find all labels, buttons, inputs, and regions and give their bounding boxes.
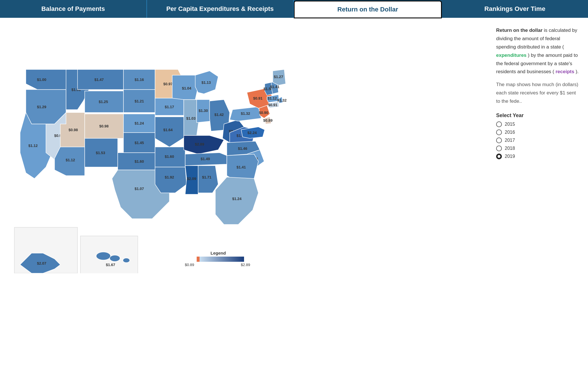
sidebar: Return on the dollar is calculated by di… (490, 18, 588, 376)
sidebar-receipts: receipts (556, 69, 574, 74)
map-area: $1.00 $1.29 $1.12 $0.99 $1.51 $1.47 $1 (0, 18, 490, 376)
legend-max-label: $2.89 (241, 263, 250, 267)
state-mo[interactable] (155, 117, 185, 147)
radio-2015[interactable] (496, 121, 502, 127)
year-2019[interactable]: 2019 (496, 154, 579, 159)
main-content: $1.00 $1.29 $1.12 $0.99 $1.51 $1.47 $1 (0, 18, 588, 376)
tab-return-on-dollar[interactable]: Return on the Dollar (294, 1, 442, 18)
state-mt[interactable] (78, 69, 123, 90)
legend-title: Legend (210, 251, 226, 255)
state-wi[interactable] (172, 75, 198, 100)
state-in[interactable] (197, 100, 211, 123)
sidebar-heading-rest3: ). (576, 69, 579, 74)
state-co[interactable] (85, 114, 123, 138)
svg-point-52 (123, 258, 130, 263)
legend-min-label: $0.89 (185, 263, 194, 267)
tab-per-capita[interactable]: Per Capita Expenditures & Receipts (147, 0, 294, 18)
year-2016[interactable]: 2016 (496, 129, 579, 135)
state-ms[interactable] (185, 166, 198, 194)
svg-point-51 (110, 255, 120, 261)
state-wy[interactable] (85, 91, 123, 113)
state-de[interactable] (265, 117, 271, 124)
state-tn[interactable] (185, 153, 227, 166)
radio-2019-inner (498, 155, 500, 158)
state-ct[interactable] (268, 102, 279, 108)
state-ia[interactable] (155, 98, 184, 115)
radio-2016[interactable] (496, 129, 502, 135)
state-mi[interactable] (195, 71, 218, 94)
state-ks[interactable] (123, 133, 155, 153)
sidebar-heading-bold: Return on the dollar (496, 28, 543, 33)
radio-2018[interactable] (496, 146, 502, 151)
state-ri[interactable] (279, 97, 283, 103)
legend: Legend $0.89 $2.89 (185, 251, 250, 267)
state-me[interactable] (273, 69, 286, 85)
year-2015[interactable]: 2015 (496, 121, 579, 127)
year-select-label: Select Year (496, 113, 579, 119)
navigation-bar: Balance of Payments Per Capita Expenditu… (0, 0, 588, 18)
sidebar-description: The map shows how much (in dollars) each… (496, 81, 579, 106)
radio-2017[interactable] (496, 137, 502, 143)
state-nm[interactable] (85, 138, 118, 167)
us-map: $1.00 $1.29 $1.12 $0.99 $1.51 $1.47 $1 (9, 24, 313, 348)
state-al[interactable] (197, 166, 218, 193)
svg-rect-54 (197, 257, 200, 262)
year-select: Select Year 2015 2016 2017 2018 (496, 113, 579, 159)
radio-2019[interactable] (496, 154, 502, 159)
year-2018[interactable]: 2018 (496, 146, 579, 151)
tab-balance-of-payments[interactable]: Balance of Payments (0, 0, 147, 18)
state-fl[interactable] (215, 177, 258, 224)
state-nd[interactable] (123, 69, 155, 90)
state-sd[interactable] (123, 90, 155, 113)
state-hi[interactable] (96, 252, 111, 260)
svg-rect-55 (200, 257, 244, 262)
tab-rankings-over-time[interactable]: Rankings Over Time (442, 0, 588, 18)
year-2017[interactable]: 2017 (496, 137, 579, 143)
state-ky[interactable] (184, 135, 224, 154)
state-ar[interactable] (155, 147, 185, 167)
choropleth-map: $1.00 $1.29 $1.12 $0.99 $1.51 $1.47 $1 (9, 24, 313, 273)
state-pa[interactable] (230, 107, 261, 121)
state-az[interactable] (55, 147, 85, 176)
state-la[interactable] (155, 167, 187, 193)
sidebar-expenditures: expenditures (496, 53, 527, 58)
state-ne[interactable] (123, 114, 155, 133)
